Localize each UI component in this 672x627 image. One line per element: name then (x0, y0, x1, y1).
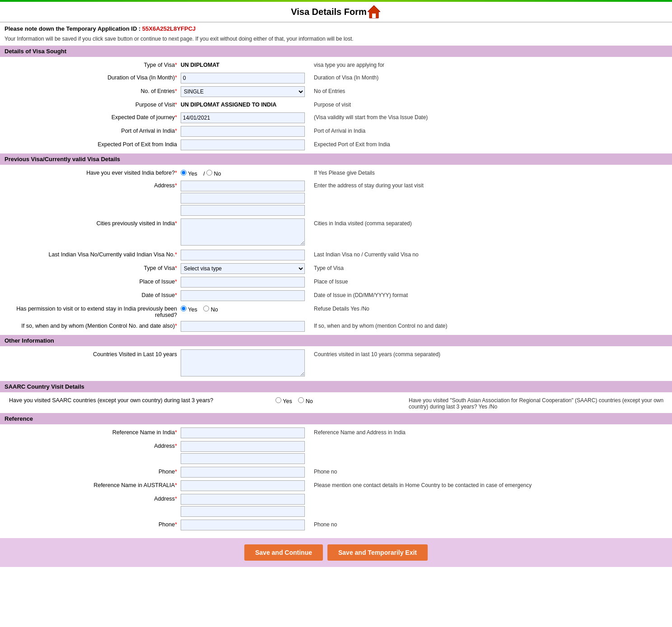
home-icon[interactable] (367, 5, 381, 19)
row-cities: Cities previously visited in India* Citi… (5, 217, 667, 248)
address-line3-input[interactable] (181, 205, 305, 216)
port-exit-input[interactable] (181, 139, 305, 150)
no-entries-input-col: SINGLE DOUBLE MULTIPLE (181, 86, 309, 97)
type-visa-prev-help: Type of Visa (309, 263, 667, 271)
no-entries-label: No. of Entries* (5, 86, 181, 94)
row-last-visa: Last Indian Visa No/Currently valid Indi… (5, 248, 667, 262)
ref-address-australia-line2-input[interactable] (181, 506, 305, 517)
address-input-col (181, 181, 309, 216)
row-expected-date: Expected Date of journey* (Visa validity… (5, 111, 667, 125)
refused-no-radio[interactable] (203, 306, 209, 311)
section-reference-body: Reference Name in India* Reference Name … (0, 424, 672, 534)
address-help: Enter the address of stay during your la… (309, 181, 667, 189)
visited-before-radio-group: Yes / No (181, 168, 305, 177)
section-other-info-header: Other Information (0, 335, 672, 346)
visited-yes-label: Yes (181, 171, 199, 177)
saarc-no-radio[interactable] (298, 397, 304, 403)
row-saarc: Have you visited SAARC countries (except… (5, 394, 667, 411)
no-entries-select[interactable]: SINGLE DOUBLE MULTIPLE (181, 86, 305, 97)
ref-name-india-help: Reference Name and Address in India (309, 427, 667, 436)
countries-visited-input-col (181, 349, 309, 378)
ref-address-australia-label: Address* (5, 494, 181, 502)
date-issue-input-col (181, 290, 309, 301)
ref-name-australia-input-col (181, 480, 309, 491)
type-visa-prev-select[interactable]: Select visa type TOURIST BUSINESS STUDEN… (181, 263, 305, 274)
expected-date-help: (Visa validity will start from the Visa … (309, 112, 667, 121)
refused-yes-radio[interactable] (181, 306, 187, 311)
cities-label: Cities previously visited in India* (5, 218, 181, 227)
ref-address-india-label: Address* (5, 441, 181, 449)
ref-address-australia-help (309, 494, 667, 496)
port-exit-label: Expected Port of Exit from India (5, 139, 181, 148)
saarc-radio-group: Yes No (275, 395, 400, 404)
visited-before-label: Have you ever visited India before?* (5, 168, 181, 176)
ref-address-australia-input-col (181, 494, 309, 517)
temp-id-label: Please note down the Temporary Applicati… (5, 25, 140, 32)
row-refused: Has permission to visit or to extend sta… (5, 302, 667, 320)
date-issue-input[interactable] (181, 290, 305, 301)
cities-help: Cities in India visited (comma separated… (309, 218, 667, 227)
ref-phone-india-input-col (181, 467, 309, 478)
purpose-help: Purpose of visit (309, 100, 667, 108)
ref-name-india-label: Reference Name in India* (5, 427, 181, 436)
cities-input-col (181, 218, 309, 247)
countries-visited-textarea[interactable] (181, 349, 305, 376)
purpose-value: UN DIPLOMAT ASSIGNED TO INDIA (181, 100, 305, 108)
row-ref-name-india: Reference Name in India* Reference Name … (5, 426, 667, 440)
section-reference-header: Reference (0, 413, 672, 424)
info-text: Your Information will be saved if you cl… (0, 35, 672, 46)
ref-name-australia-help: Please mention one contact details in Ho… (309, 480, 667, 488)
save-continue-button[interactable]: Save and Continue (244, 544, 323, 561)
duration-help: Duration of Visa (In Month) (309, 73, 667, 81)
save-exit-button[interactable]: Save and Temporarily Exit (327, 544, 428, 561)
section-visa-details-header: Details of Visa Sought (0, 46, 672, 57)
row-date-issue: Date of Issue* Date of Issue in (DD/MM/Y… (5, 289, 667, 302)
section-visa-details-body: Type of Visa* UN DIPLOMAT visa type you … (0, 57, 672, 153)
port-exit-input-col (181, 139, 309, 150)
saarc-yes-radio[interactable] (275, 397, 281, 403)
ref-address-india-line1-input[interactable] (181, 441, 305, 452)
last-visa-input[interactable] (181, 250, 305, 260)
last-visa-help: Last Indian Visa no / Currently valid Vi… (309, 250, 667, 258)
visited-before-help: If Yes Please give Details (309, 168, 667, 176)
ref-address-india-input-col (181, 441, 309, 464)
place-issue-input[interactable] (181, 277, 305, 288)
ref-phone-india-input[interactable] (181, 467, 305, 478)
ref-name-australia-input[interactable] (181, 480, 305, 491)
ref-address-australia-line1-input[interactable] (181, 494, 305, 505)
no-entries-help: No of Entries (309, 86, 667, 94)
ref-phone-australia-input-col (181, 520, 309, 530)
row-type-of-visa: Type of Visa* UN DIPLOMAT visa type you … (5, 59, 667, 71)
ref-name-india-input-col (181, 427, 309, 438)
last-visa-label: Last Indian Visa No/Currently valid Indi… (5, 250, 181, 258)
visited-no-radio[interactable] (206, 170, 212, 176)
refused-yes-label: Yes (181, 307, 199, 313)
row-place-issue: Place of Issue* Place of Issue (5, 275, 667, 289)
ref-name-india-input[interactable] (181, 427, 305, 438)
expected-date-input[interactable] (181, 112, 305, 123)
ref-address-india-help (309, 441, 667, 443)
ref-name-australia-label: Reference Name in AUSTRALIA* (5, 480, 181, 488)
countries-visited-help: Countries visited in last 10 years (comm… (309, 349, 667, 358)
date-issue-help: Date of Issue in (DD/MM/YYYY) format (309, 290, 667, 298)
refused-details-input[interactable] (181, 321, 305, 332)
duration-input-col (181, 73, 309, 84)
row-countries-visited: Countries Visited in Last 10 years Count… (5, 348, 667, 379)
visited-yes-radio[interactable] (181, 170, 187, 176)
port-arrival-label: Port of Arrival in India* (5, 126, 181, 134)
row-refused-details: If so, when and by whom (Mention Control… (5, 320, 667, 333)
section-prev-visa-body: Have you ever visited India before?* Yes… (0, 165, 672, 335)
ref-address-india-line2-input[interactable] (181, 453, 305, 464)
ref-phone-australia-input[interactable] (181, 520, 305, 530)
cities-textarea[interactable] (181, 218, 305, 246)
port-arrival-input[interactable] (181, 126, 305, 137)
address-line2-input[interactable] (181, 193, 305, 204)
refused-no-label: No (203, 307, 218, 313)
port-arrival-help: Port of Arrival in India (309, 126, 667, 134)
duration-input[interactable] (181, 73, 305, 84)
address-line1-input[interactable] (181, 181, 305, 191)
type-visa-prev-input-col: Select visa type TOURIST BUSINESS STUDEN… (181, 263, 309, 274)
expected-date-label: Expected Date of journey* (5, 112, 181, 121)
temp-id-row: Please note down the Temporary Applicati… (0, 23, 672, 35)
saarc-input-col: Yes No (275, 395, 404, 404)
